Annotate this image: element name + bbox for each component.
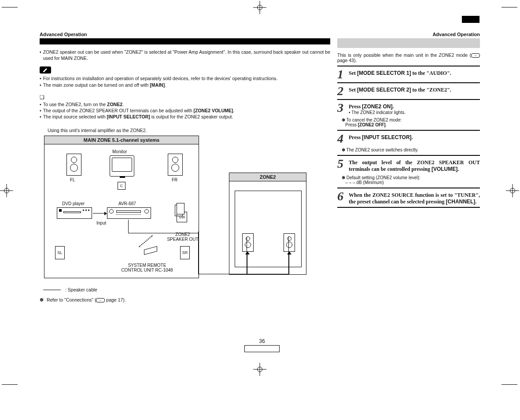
manual-page: Advanced Operation ZONE2 speaker out can… [40,32,480,303]
step-5: 5 The output level of the ZONE2 SPEAKER … [337,155,480,174]
speaker-c-icon: C [118,182,125,190]
right-column: Advanced Operation This is only possible… [337,32,480,303]
step-number: 6 [337,190,346,205]
left-column: Advanced Operation ZONE2 speaker out can… [40,32,330,303]
step-5-note: ✽ Default setting (ZONE2 volume level): … [337,174,480,188]
intro-paragraph: ZONE2 speaker out can be used when "ZONE… [40,49,330,61]
avr-receiver-icon [107,207,151,219]
intro-text: ZONE2 speaker out can be used when "ZONE… [43,49,330,61]
diagram-caption: Using this unit's internal amplifier as … [48,128,330,133]
wire [247,252,247,274]
label-remote: SYSTEM REMOTE CONTROL UNIT RC-1048 [114,263,180,273]
mainzone-title: MAIN ZONE 5.1-channel systems [44,136,199,144]
label-fl: FL [70,177,75,182]
note1-text: For instructions on installation and ope… [43,75,278,81]
z2-b3: The input source selected with [INPUT SE… [43,114,233,120]
zone2-box: ZONE2 [229,173,306,275]
zone2-condition: This is only possible when the main unit… [337,52,480,63]
wire [198,274,289,274]
registration-mark [253,363,266,376]
zone2-speaker-l-icon [242,233,254,252]
step-6: 6 When the ZONE2 SOURCE function is set … [337,188,480,208]
step-number: 1 [337,68,346,81]
legend: : Speaker cable [43,287,330,292]
mainzone-box: MAIN ZONE 5.1-channel systems Monitor FL… [44,136,199,278]
step-3: 3 Press [ZONE2 ON]. • The ZONE2 indicato… [337,99,480,117]
page-number-box: 36 [244,338,280,352]
step-2: 2 Set [MODE SELECTOR 2] to the "ZONE2". [337,82,480,99]
section-header-left: Advanced Operation [40,32,330,37]
speaker-fr-icon [168,154,183,176]
dvd-player-icon [57,207,92,219]
crop-mark [2,384,18,385]
step-number: 5 [337,158,346,173]
legend-line-icon [43,290,61,290]
sw-cube-icon [175,203,184,215]
legend-text: : Speaker cable [65,287,97,292]
zone2-bullets: To use the ZONE2, turn on the ZONE2. The… [40,101,330,120]
step-number: 2 [337,85,346,97]
grey-header-bar [337,38,480,48]
crop-mark [502,384,517,385]
monitor-icon [110,155,134,177]
label-avr: AVR-687 [118,201,136,206]
step-3-cancel: ✽ To cancel the ZONE2 mode: Press [ZONE2… [337,117,480,130]
wire [288,237,289,274]
page-ref-icon: ☞ [471,53,480,58]
wire [247,237,247,274]
connection-diagram: MAIN ZONE 5.1-channel systems Monitor FL… [44,136,313,279]
remote-icon [144,248,157,254]
z2-b1: To use the ZONE2, turn on the ZONE2. [43,101,124,107]
label-fr: FR [172,177,177,182]
crop-mark [2,7,18,7]
page-number-frame [244,345,280,352]
crop-mark [502,7,517,7]
footnote: ✽ Refer to "Connections" (☞ page 17). [40,297,330,303]
header-rule [40,38,330,44]
registration-mark [506,184,519,197]
registration-mark [253,1,266,14]
speaker-sl-icon: SL [55,246,65,259]
step-4: 4 Press [INPUT SELECTOR]. [337,130,480,147]
step-1: 1 Set [MODE SELECTOR 1] to the "AUDIO". [337,66,480,82]
wire [198,232,199,274]
speaker-fl-icon [66,154,81,176]
arrow-up-icon [287,251,291,254]
wire [128,233,199,233]
wire [289,252,289,274]
zone2-room [235,191,302,267]
zone2-title: ZONE2 [229,173,306,181]
wire [247,274,247,274]
section-header-right: Advanced Operation [337,32,480,37]
ir-signal-line [139,236,153,247]
page-number: 36 [244,338,280,344]
label-dvd: DVD player [62,201,85,206]
step-number: 4 [337,133,346,145]
wire [128,220,129,233]
arrow-up-icon [245,251,250,254]
note-block: For instructions on installation and ope… [40,75,330,88]
zone2-speaker-r-icon [284,233,295,252]
label-zone2-out: ZONE2 SPEAKER OUT [167,232,199,242]
registration-mark [0,184,13,197]
square-bullet-icon: ❏ [40,94,330,100]
arrow-icon [104,212,107,215]
step-number: 3 [337,102,346,115]
z2-b2: The output of the ZONE2 SPEAKER OUT term… [43,107,235,114]
speaker-sr-icon: SR [180,246,190,259]
page-ref-icon: ☞ [96,298,105,302]
note2-text: The main zone output can be turned on an… [43,82,166,88]
label-monitor: Monitor [112,149,127,154]
step-4-note: ✽ The ZONE2 source switches directly. [337,147,480,155]
label-input: Input [96,221,106,225]
pencil-note-icon [40,66,51,74]
black-corner-box [462,16,479,23]
